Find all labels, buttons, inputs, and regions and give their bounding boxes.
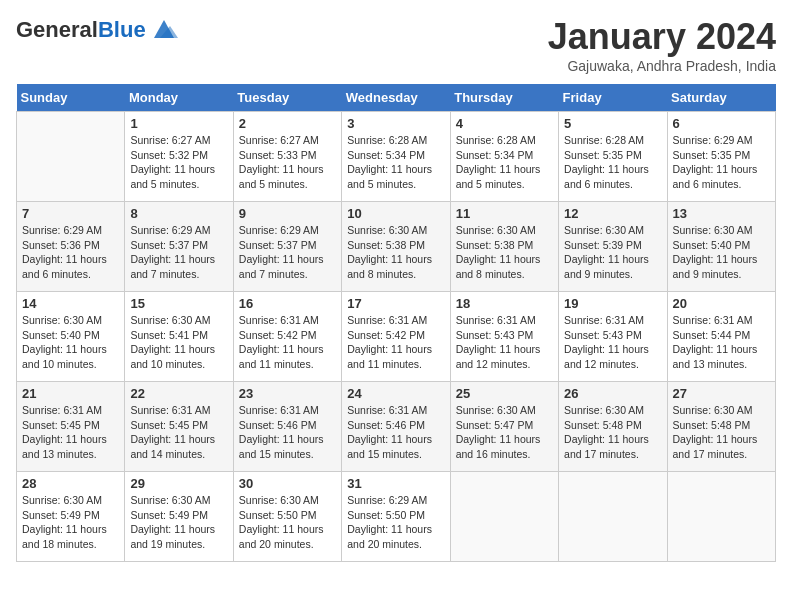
day-info: Sunrise: 6:30 AMSunset: 5:50 PMDaylight:… <box>239 493 336 552</box>
day-info: Sunrise: 6:28 AMSunset: 5:35 PMDaylight:… <box>564 133 661 192</box>
calendar-cell: 16Sunrise: 6:31 AMSunset: 5:42 PMDayligh… <box>233 292 341 382</box>
day-info: Sunrise: 6:27 AMSunset: 5:32 PMDaylight:… <box>130 133 227 192</box>
day-info: Sunrise: 6:28 AMSunset: 5:34 PMDaylight:… <box>347 133 444 192</box>
day-info: Sunrise: 6:30 AMSunset: 5:48 PMDaylight:… <box>673 403 770 462</box>
day-info: Sunrise: 6:30 AMSunset: 5:49 PMDaylight:… <box>130 493 227 552</box>
calendar-week-row: 28Sunrise: 6:30 AMSunset: 5:49 PMDayligh… <box>17 472 776 562</box>
day-number: 3 <box>347 116 444 131</box>
day-number: 22 <box>130 386 227 401</box>
day-number: 30 <box>239 476 336 491</box>
calendar-cell: 21Sunrise: 6:31 AMSunset: 5:45 PMDayligh… <box>17 382 125 472</box>
day-header-saturday: Saturday <box>667 84 775 112</box>
calendar-cell: 18Sunrise: 6:31 AMSunset: 5:43 PMDayligh… <box>450 292 558 382</box>
calendar-cell: 24Sunrise: 6:31 AMSunset: 5:46 PMDayligh… <box>342 382 450 472</box>
day-number: 13 <box>673 206 770 221</box>
day-number: 4 <box>456 116 553 131</box>
calendar-cell: 5Sunrise: 6:28 AMSunset: 5:35 PMDaylight… <box>559 112 667 202</box>
calendar-cell: 7Sunrise: 6:29 AMSunset: 5:36 PMDaylight… <box>17 202 125 292</box>
day-number: 8 <box>130 206 227 221</box>
calendar-week-row: 7Sunrise: 6:29 AMSunset: 5:36 PMDaylight… <box>17 202 776 292</box>
day-number: 23 <box>239 386 336 401</box>
day-info: Sunrise: 6:29 AMSunset: 5:37 PMDaylight:… <box>239 223 336 282</box>
calendar-cell: 19Sunrise: 6:31 AMSunset: 5:43 PMDayligh… <box>559 292 667 382</box>
day-number: 26 <box>564 386 661 401</box>
calendar-cell <box>559 472 667 562</box>
location: Gajuwaka, Andhra Pradesh, India <box>548 58 776 74</box>
day-info: Sunrise: 6:31 AMSunset: 5:45 PMDaylight:… <box>22 403 119 462</box>
day-number: 25 <box>456 386 553 401</box>
day-info: Sunrise: 6:31 AMSunset: 5:46 PMDaylight:… <box>347 403 444 462</box>
calendar-cell: 12Sunrise: 6:30 AMSunset: 5:39 PMDayligh… <box>559 202 667 292</box>
logo-general: GeneralBlue <box>16 18 146 42</box>
calendar-cell: 25Sunrise: 6:30 AMSunset: 5:47 PMDayligh… <box>450 382 558 472</box>
day-info: Sunrise: 6:31 AMSunset: 5:46 PMDaylight:… <box>239 403 336 462</box>
calendar-cell: 27Sunrise: 6:30 AMSunset: 5:48 PMDayligh… <box>667 382 775 472</box>
day-info: Sunrise: 6:29 AMSunset: 5:36 PMDaylight:… <box>22 223 119 282</box>
calendar-cell <box>17 112 125 202</box>
calendar-header-row: SundayMondayTuesdayWednesdayThursdayFrid… <box>17 84 776 112</box>
day-number: 27 <box>673 386 770 401</box>
calendar-cell: 11Sunrise: 6:30 AMSunset: 5:38 PMDayligh… <box>450 202 558 292</box>
day-number: 21 <box>22 386 119 401</box>
day-header-thursday: Thursday <box>450 84 558 112</box>
title-area: January 2024 Gajuwaka, Andhra Pradesh, I… <box>548 16 776 74</box>
day-number: 14 <box>22 296 119 311</box>
day-info: Sunrise: 6:30 AMSunset: 5:40 PMDaylight:… <box>22 313 119 372</box>
day-number: 1 <box>130 116 227 131</box>
page-header: GeneralBlue January 2024 Gajuwaka, Andhr… <box>16 16 776 74</box>
day-info: Sunrise: 6:30 AMSunset: 5:40 PMDaylight:… <box>673 223 770 282</box>
calendar-cell: 4Sunrise: 6:28 AMSunset: 5:34 PMDaylight… <box>450 112 558 202</box>
day-info: Sunrise: 6:30 AMSunset: 5:39 PMDaylight:… <box>564 223 661 282</box>
day-header-wednesday: Wednesday <box>342 84 450 112</box>
day-info: Sunrise: 6:30 AMSunset: 5:49 PMDaylight:… <box>22 493 119 552</box>
day-number: 31 <box>347 476 444 491</box>
day-number: 2 <box>239 116 336 131</box>
day-info: Sunrise: 6:28 AMSunset: 5:34 PMDaylight:… <box>456 133 553 192</box>
day-info: Sunrise: 6:31 AMSunset: 5:43 PMDaylight:… <box>456 313 553 372</box>
day-number: 11 <box>456 206 553 221</box>
calendar-cell: 22Sunrise: 6:31 AMSunset: 5:45 PMDayligh… <box>125 382 233 472</box>
calendar-cell: 30Sunrise: 6:30 AMSunset: 5:50 PMDayligh… <box>233 472 341 562</box>
calendar-cell <box>450 472 558 562</box>
calendar-cell: 29Sunrise: 6:30 AMSunset: 5:49 PMDayligh… <box>125 472 233 562</box>
day-info: Sunrise: 6:29 AMSunset: 5:35 PMDaylight:… <box>673 133 770 192</box>
day-header-sunday: Sunday <box>17 84 125 112</box>
day-number: 19 <box>564 296 661 311</box>
calendar-cell: 13Sunrise: 6:30 AMSunset: 5:40 PMDayligh… <box>667 202 775 292</box>
day-number: 29 <box>130 476 227 491</box>
calendar-cell: 14Sunrise: 6:30 AMSunset: 5:40 PMDayligh… <box>17 292 125 382</box>
day-number: 18 <box>456 296 553 311</box>
calendar-cell: 6Sunrise: 6:29 AMSunset: 5:35 PMDaylight… <box>667 112 775 202</box>
day-info: Sunrise: 6:29 AMSunset: 5:50 PMDaylight:… <box>347 493 444 552</box>
day-number: 28 <box>22 476 119 491</box>
day-info: Sunrise: 6:31 AMSunset: 5:43 PMDaylight:… <box>564 313 661 372</box>
day-info: Sunrise: 6:30 AMSunset: 5:38 PMDaylight:… <box>347 223 444 282</box>
calendar-cell: 10Sunrise: 6:30 AMSunset: 5:38 PMDayligh… <box>342 202 450 292</box>
calendar-cell: 28Sunrise: 6:30 AMSunset: 5:49 PMDayligh… <box>17 472 125 562</box>
day-header-tuesday: Tuesday <box>233 84 341 112</box>
calendar-cell: 9Sunrise: 6:29 AMSunset: 5:37 PMDaylight… <box>233 202 341 292</box>
day-info: Sunrise: 6:27 AMSunset: 5:33 PMDaylight:… <box>239 133 336 192</box>
day-header-monday: Monday <box>125 84 233 112</box>
calendar-cell: 3Sunrise: 6:28 AMSunset: 5:34 PMDaylight… <box>342 112 450 202</box>
month-title: January 2024 <box>548 16 776 58</box>
calendar-cell: 15Sunrise: 6:30 AMSunset: 5:41 PMDayligh… <box>125 292 233 382</box>
calendar-cell: 8Sunrise: 6:29 AMSunset: 5:37 PMDaylight… <box>125 202 233 292</box>
calendar-cell: 23Sunrise: 6:31 AMSunset: 5:46 PMDayligh… <box>233 382 341 472</box>
calendar-cell: 20Sunrise: 6:31 AMSunset: 5:44 PMDayligh… <box>667 292 775 382</box>
calendar-cell: 17Sunrise: 6:31 AMSunset: 5:42 PMDayligh… <box>342 292 450 382</box>
day-number: 20 <box>673 296 770 311</box>
day-info: Sunrise: 6:30 AMSunset: 5:48 PMDaylight:… <box>564 403 661 462</box>
calendar-table: SundayMondayTuesdayWednesdayThursdayFrid… <box>16 84 776 562</box>
day-number: 16 <box>239 296 336 311</box>
calendar-cell <box>667 472 775 562</box>
day-info: Sunrise: 6:31 AMSunset: 5:45 PMDaylight:… <box>130 403 227 462</box>
day-header-friday: Friday <box>559 84 667 112</box>
day-number: 10 <box>347 206 444 221</box>
calendar-cell: 26Sunrise: 6:30 AMSunset: 5:48 PMDayligh… <box>559 382 667 472</box>
day-number: 6 <box>673 116 770 131</box>
day-info: Sunrise: 6:30 AMSunset: 5:38 PMDaylight:… <box>456 223 553 282</box>
calendar-cell: 2Sunrise: 6:27 AMSunset: 5:33 PMDaylight… <box>233 112 341 202</box>
calendar-week-row: 14Sunrise: 6:30 AMSunset: 5:40 PMDayligh… <box>17 292 776 382</box>
calendar-cell: 1Sunrise: 6:27 AMSunset: 5:32 PMDaylight… <box>125 112 233 202</box>
